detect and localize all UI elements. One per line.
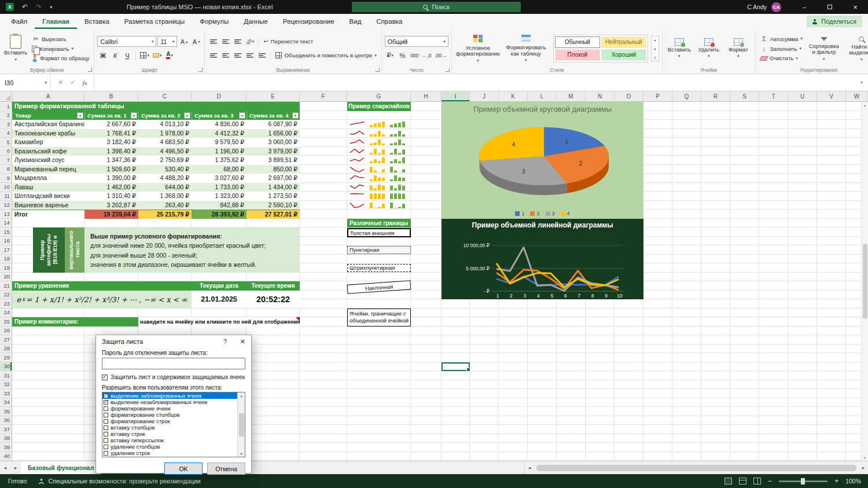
percent-format-button[interactable]: % [397, 50, 408, 61]
scrollbar-thumb[interactable] [863, 244, 867, 319]
row-header-5[interactable]: 5 [0, 138, 12, 147]
search-box[interactable]: Поиск [352, 2, 521, 12]
column-header-A[interactable]: A [12, 91, 84, 102]
row-header-35[interactable]: 35 [0, 407, 12, 416]
italic-button[interactable]: К [109, 50, 120, 61]
permission-item[interactable]: удаление столбцов [102, 443, 245, 450]
column-header-H[interactable]: H [411, 91, 442, 102]
row-header-6[interactable]: 6 [0, 147, 12, 156]
clear-button[interactable]: Очистить▾ [759, 54, 804, 62]
dialog-launcher-icon[interactable] [198, 68, 203, 72]
permission-item[interactable]: форматирование ячеек [102, 405, 245, 412]
table-row[interactable]: Маринованный перец1 509,60 ₽530,40 ₽68,0… [12, 165, 300, 174]
ribbon-tab-Формулы[interactable]: Формулы [192, 14, 236, 29]
formatted-table[interactable]: Пример форматированной таблицы Товар▾Сум… [12, 102, 300, 219]
column-header-F[interactable]: F [300, 91, 347, 102]
row-header-33[interactable]: 33 [0, 389, 12, 398]
ribbon-tab-Файл[interactable]: Файл [3, 14, 35, 29]
list-scrollbar[interactable]: ▴ ▾ [237, 392, 245, 457]
row-header-2[interactable]: 2 [0, 111, 12, 120]
copy-button[interactable]: Копировать▾ [30, 45, 91, 53]
ribbon-tab-Рецензирование[interactable]: Рецензирование [275, 14, 342, 29]
gallery-more-icon[interactable]: ≡ [654, 56, 656, 60]
expand-formula-bar-icon[interactable]: ▾ [855, 74, 868, 91]
formula-input[interactable] [94, 74, 855, 91]
decrease-indent-button[interactable] [244, 50, 255, 61]
row-header-8[interactable]: 8 [0, 165, 12, 174]
format-painter-button[interactable]: Формат по образцу [30, 54, 91, 63]
permission-item[interactable]: вставку гиперссылок [102, 437, 245, 443]
comment-indicator-icon[interactable] [296, 317, 300, 321]
row-header-13[interactable]: 13 [0, 210, 12, 219]
autoshape-vertical-text[interactable]: Пример автофигуры (B15:E19) и вертикальн… [33, 228, 84, 273]
wrap-text-button[interactable]: ↩Перенести текст [262, 38, 315, 45]
font-size-select[interactable]: 11▾ [157, 36, 177, 47]
row-header-27[interactable]: 27 [0, 335, 12, 344]
orientation-button[interactable]: ab▾ [244, 36, 255, 47]
selected-cell-I30[interactable] [442, 362, 470, 372]
number-format-select[interactable]: Общий▾ [385, 36, 448, 47]
pie-chart[interactable]: Пример объемной круговой диаграммы 1234 … [442, 102, 643, 219]
column-header-V[interactable]: V [817, 91, 846, 102]
table-column-header[interactable]: Сумма за кв. 1▾ [84, 111, 138, 120]
style-good[interactable]: Хороший [601, 49, 646, 61]
scrollbar-thumb[interactable] [239, 413, 244, 436]
permission-item[interactable]: вставку строк [102, 431, 245, 437]
row-header-23[interactable]: 23 [0, 299, 12, 309]
align-right-button[interactable] [232, 50, 243, 61]
row-header-24[interactable]: 24 [0, 309, 12, 318]
close-button[interactable]: × [843, 0, 868, 14]
zoom-level[interactable]: 100% [845, 478, 861, 485]
column-header-I[interactable]: I [442, 91, 470, 102]
gallery-scrollbar[interactable]: ▴ ▾ ≡ [651, 36, 659, 61]
table-row[interactable]: Тихоокеанские крабы1 768,41 ₽1 978,00 ₽4… [12, 129, 300, 138]
column-header-G[interactable]: G [347, 91, 411, 102]
column-header-E[interactable]: E [247, 91, 300, 102]
row-header-31[interactable]: 31 [0, 371, 12, 380]
scroll-right-icon[interactable]: ▸ [859, 465, 868, 471]
user-name[interactable]: C Andy [747, 3, 767, 10]
ok-button[interactable]: OK [164, 463, 203, 475]
normal-view-icon[interactable] [724, 478, 732, 485]
table-column-header[interactable]: Товар▾ [12, 111, 84, 120]
row-header-37[interactable]: 37 [0, 425, 12, 434]
row-header-29[interactable]: 29 [0, 353, 12, 362]
column-header-O[interactable]: O [615, 91, 643, 102]
checkbox-unchecked-icon[interactable] [104, 425, 108, 430]
ribbon-tab-Вид[interactable]: Вид [342, 14, 369, 29]
row-header-9[interactable]: 9 [0, 174, 12, 183]
maximize-button[interactable] [817, 0, 843, 14]
scroll-left-icon[interactable]: ◂ [525, 465, 534, 471]
ribbon-tab-Вставка[interactable]: Вставка [77, 14, 117, 29]
table-row[interactable]: Вишневое варенье3 202,87 ₽263,40 ₽842,88… [12, 201, 300, 210]
column-header-N[interactable]: N [586, 91, 615, 102]
filter-dropdown-icon[interactable]: ▾ [239, 112, 245, 119]
column-header-B[interactable]: B [84, 91, 138, 102]
protect-checkbox-row[interactable]: Защитить лист и содержимое защищаемых яч… [102, 374, 245, 380]
conditional-formatting-button[interactable]: Условное форматирование ▾ [455, 33, 501, 64]
zoom-in-icon[interactable]: + [834, 477, 838, 485]
column-header-U[interactable]: U [788, 91, 817, 102]
table-row[interactable]: Бразильский кофе1 398,40 ₽4 496,50 ₽1 19… [12, 147, 300, 156]
column-header-J[interactable]: J [470, 91, 499, 102]
checkbox-unchecked-icon[interactable] [104, 419, 108, 424]
row-header-11[interactable]: 11 [0, 192, 12, 201]
current-time-value[interactable]: 20:52:22 [247, 291, 300, 309]
dialog-launcher-icon[interactable] [88, 68, 92, 72]
protect-sheet-dialog[interactable]: Защита листа ? ✕ Пароль для отключения з… [95, 335, 252, 474]
permission-item[interactable]: форматирование столбцов [102, 412, 245, 418]
filter-dropdown-icon[interactable]: ▾ [77, 112, 83, 119]
checkbox-checked-icon[interactable] [104, 400, 108, 405]
undo-icon[interactable]: ↶ [22, 3, 28, 11]
row-header-17[interactable]: 17 [0, 245, 12, 255]
cancel-button[interactable]: Отмена [207, 463, 245, 475]
minimize-button[interactable]: – [792, 0, 817, 14]
checkbox-unchecked-icon[interactable] [104, 445, 108, 449]
row-header-15[interactable]: 15 [0, 228, 12, 237]
row-header-20[interactable]: 20 [0, 273, 12, 282]
column-header-R[interactable]: R [701, 91, 730, 102]
increase-indent-button[interactable] [256, 50, 267, 61]
row-header-12[interactable]: 12 [0, 201, 12, 210]
font-color-button[interactable]: А▾ [164, 50, 175, 61]
ribbon-tab-Главная[interactable]: Главная [35, 14, 77, 29]
